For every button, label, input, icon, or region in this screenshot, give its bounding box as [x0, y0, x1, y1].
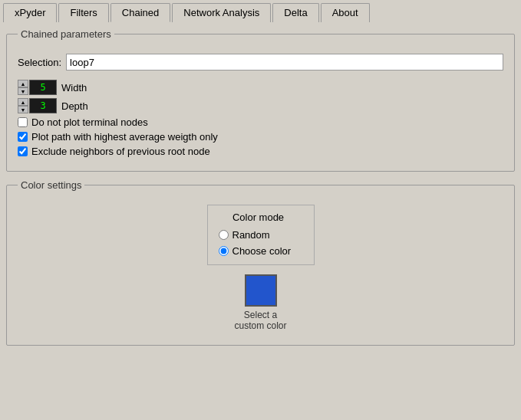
color-settings-inner: Color mode Random Choose color Select ac…: [18, 199, 503, 334]
tab-about[interactable]: About: [321, 3, 370, 22]
color-preview-area: Select acustom color: [234, 274, 286, 331]
tab-bar: xPyder Filters Chained Network Analysis …: [0, 0, 521, 22]
radio-choose-row: Choose color: [219, 245, 298, 257]
width-arrow-up[interactable]: ▲: [18, 80, 28, 87]
main-content: Chained parameters Selection: ▲ ▼ 5 Widt…: [0, 22, 521, 352]
tab-filters[interactable]: Filters: [58, 3, 108, 22]
width-label: Width: [61, 82, 87, 94]
tab-delta[interactable]: Delta: [272, 3, 318, 22]
depth-arrow-down[interactable]: ▼: [18, 106, 28, 113]
checkbox-exclude-neighbors-label: Exclude neighbors of previous root node: [31, 146, 210, 157]
selection-row: Selection:: [18, 54, 503, 71]
depth-label: Depth: [61, 100, 88, 112]
color-settings-legend: Color settings: [18, 179, 84, 191]
selection-input[interactable]: [66, 54, 503, 71]
tab-chained[interactable]: Chained: [110, 3, 170, 22]
radio-random[interactable]: [219, 230, 229, 240]
color-swatch-label: Select acustom color: [234, 310, 286, 331]
checkbox-plot-path-row: Plot path with highest average weigth on…: [18, 131, 503, 143]
checkbox-plot-path[interactable]: [18, 132, 28, 142]
radio-random-row: Random: [219, 229, 298, 241]
radio-random-label: Random: [232, 229, 270, 241]
color-mode-title: Color mode: [219, 212, 298, 223]
color-swatch[interactable]: [245, 274, 277, 307]
tab-xpyder[interactable]: xPyder: [3, 3, 57, 22]
width-row: ▲ ▼ 5 Width: [18, 80, 503, 95]
checkbox-plot-path-label: Plot path with highest average weigth on…: [31, 131, 218, 143]
width-arrow-down[interactable]: ▼: [18, 87, 28, 95]
chained-params-group: Chained parameters Selection: ▲ ▼ 5 Widt…: [6, 28, 515, 172]
checkbox-terminal-row: Do not plot terminal nodes: [18, 116, 503, 128]
depth-row: ▲ ▼ 3 Depth: [18, 98, 503, 113]
depth-arrow-up[interactable]: ▲: [18, 98, 28, 106]
width-arrows[interactable]: ▲ ▼: [18, 80, 28, 95]
color-settings-group: Color settings Color mode Random Choose …: [6, 179, 515, 346]
chained-params-legend: Chained parameters: [18, 28, 114, 40]
width-value: 5: [29, 80, 57, 95]
checkbox-exclude-neighbors-row: Exclude neighbors of previous root node: [18, 146, 503, 157]
checkbox-terminal[interactable]: [18, 117, 28, 127]
width-spinner[interactable]: ▲ ▼ 5: [18, 80, 57, 95]
selection-label: Selection:: [18, 57, 61, 68]
depth-value: 3: [29, 98, 57, 113]
checkbox-terminal-label: Do not plot terminal nodes: [31, 116, 148, 128]
depth-spinner[interactable]: ▲ ▼ 3: [18, 98, 57, 113]
radio-choose-label: Choose color: [232, 245, 292, 257]
radio-choose[interactable]: [219, 246, 229, 256]
color-mode-box: Color mode Random Choose color: [207, 205, 315, 265]
tab-network-analysis[interactable]: Network Analysis: [172, 3, 271, 22]
depth-arrows[interactable]: ▲ ▼: [18, 98, 28, 113]
checkbox-exclude-neighbors[interactable]: [18, 146, 28, 156]
